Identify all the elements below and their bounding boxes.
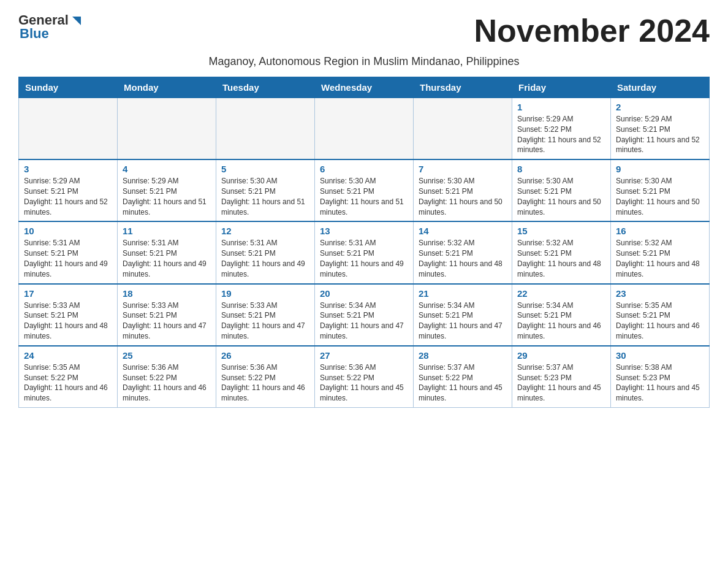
- calendar-cell: 1Sunrise: 5:29 AM Sunset: 5:22 PM Daylig…: [512, 98, 611, 160]
- logo: General Blue: [18, 12, 83, 42]
- day-number: 8: [517, 164, 605, 174]
- day-info: Sunrise: 5:30 AM Sunset: 5:21 PM Dayligh…: [517, 176, 605, 217]
- day-info: Sunrise: 5:37 AM Sunset: 5:22 PM Dayligh…: [419, 362, 507, 404]
- calendar-table: SundayMondayTuesdayWednesdayThursdayFrid…: [18, 77, 710, 408]
- day-number: 6: [320, 164, 408, 174]
- day-info: Sunrise: 5:37 AM Sunset: 5:23 PM Dayligh…: [517, 362, 605, 404]
- day-info: Sunrise: 5:29 AM Sunset: 5:22 PM Dayligh…: [517, 114, 605, 155]
- weekday-header-row: SundayMondayTuesdayWednesdayThursdayFrid…: [19, 77, 710, 98]
- day-number: 26: [221, 350, 309, 361]
- day-info: Sunrise: 5:29 AM Sunset: 5:21 PM Dayligh…: [24, 176, 112, 217]
- calendar-cell: [315, 98, 414, 160]
- logo-triangle-icon: [70, 14, 83, 28]
- day-info: Sunrise: 5:36 AM Sunset: 5:22 PM Dayligh…: [123, 362, 211, 404]
- calendar-cell: 20Sunrise: 5:34 AM Sunset: 5:21 PM Dayli…: [315, 284, 414, 346]
- svg-marker-0: [72, 17, 81, 25]
- page-header: General Blue November 2024: [18, 12, 710, 49]
- day-number: 20: [320, 288, 408, 299]
- calendar-cell: [118, 98, 216, 160]
- calendar-cell: 23Sunrise: 5:35 AM Sunset: 5:21 PM Dayli…: [611, 284, 710, 346]
- calendar-cell: 10Sunrise: 5:31 AM Sunset: 5:21 PM Dayli…: [19, 221, 118, 283]
- calendar-cell: 4Sunrise: 5:29 AM Sunset: 5:21 PM Daylig…: [118, 159, 216, 221]
- day-info: Sunrise: 5:33 AM Sunset: 5:21 PM Dayligh…: [123, 301, 211, 342]
- day-info: Sunrise: 5:31 AM Sunset: 5:21 PM Dayligh…: [221, 238, 309, 279]
- day-info: Sunrise: 5:31 AM Sunset: 5:21 PM Dayligh…: [123, 238, 211, 279]
- day-info: Sunrise: 5:36 AM Sunset: 5:22 PM Dayligh…: [320, 362, 408, 404]
- weekday-header-friday: Friday: [512, 77, 611, 98]
- day-number: 19: [221, 288, 309, 299]
- calendar-week-1: 1Sunrise: 5:29 AM Sunset: 5:22 PM Daylig…: [19, 98, 710, 160]
- weekday-header-sunday: Sunday: [19, 77, 118, 98]
- logo-blue-text: Blue: [20, 26, 49, 42]
- day-number: 3: [24, 164, 112, 174]
- day-number: 14: [419, 226, 507, 236]
- day-info: Sunrise: 5:38 AM Sunset: 5:23 PM Dayligh…: [616, 362, 704, 404]
- calendar-cell: 29Sunrise: 5:37 AM Sunset: 5:23 PM Dayli…: [512, 346, 611, 408]
- weekday-header-saturday: Saturday: [611, 77, 710, 98]
- day-number: 15: [517, 226, 605, 236]
- day-info: Sunrise: 5:34 AM Sunset: 5:21 PM Dayligh…: [320, 301, 408, 342]
- calendar-cell: 13Sunrise: 5:31 AM Sunset: 5:21 PM Dayli…: [315, 221, 414, 283]
- calendar-cell: 17Sunrise: 5:33 AM Sunset: 5:21 PM Dayli…: [19, 284, 118, 346]
- calendar-cell: 8Sunrise: 5:30 AM Sunset: 5:21 PM Daylig…: [512, 159, 611, 221]
- day-number: 16: [616, 226, 704, 236]
- calendar-cell: 7Sunrise: 5:30 AM Sunset: 5:21 PM Daylig…: [414, 159, 512, 221]
- calendar-cell: 2Sunrise: 5:29 AM Sunset: 5:21 PM Daylig…: [611, 98, 710, 160]
- day-number: 10: [24, 226, 112, 236]
- day-info: Sunrise: 5:32 AM Sunset: 5:21 PM Dayligh…: [517, 238, 605, 279]
- day-number: 2: [616, 102, 704, 112]
- day-info: Sunrise: 5:31 AM Sunset: 5:21 PM Dayligh…: [24, 238, 112, 279]
- calendar-cell: 26Sunrise: 5:36 AM Sunset: 5:22 PM Dayli…: [216, 346, 315, 408]
- calendar-week-3: 10Sunrise: 5:31 AM Sunset: 5:21 PM Dayli…: [19, 221, 710, 283]
- calendar-cell: 22Sunrise: 5:34 AM Sunset: 5:21 PM Dayli…: [512, 284, 611, 346]
- calendar-cell: 16Sunrise: 5:32 AM Sunset: 5:21 PM Dayli…: [611, 221, 710, 283]
- calendar-cell: 12Sunrise: 5:31 AM Sunset: 5:21 PM Dayli…: [216, 221, 315, 283]
- calendar-cell: 15Sunrise: 5:32 AM Sunset: 5:21 PM Dayli…: [512, 221, 611, 283]
- calendar-cell: 14Sunrise: 5:32 AM Sunset: 5:21 PM Dayli…: [414, 221, 512, 283]
- calendar-cell: 11Sunrise: 5:31 AM Sunset: 5:21 PM Dayli…: [118, 221, 216, 283]
- weekday-header-monday: Monday: [118, 77, 216, 98]
- day-number: 29: [517, 350, 605, 361]
- calendar-cell: 21Sunrise: 5:34 AM Sunset: 5:21 PM Dayli…: [414, 284, 512, 346]
- calendar-week-5: 24Sunrise: 5:35 AM Sunset: 5:22 PM Dayli…: [19, 346, 710, 408]
- day-info: Sunrise: 5:36 AM Sunset: 5:22 PM Dayligh…: [221, 362, 309, 404]
- calendar-cell: 25Sunrise: 5:36 AM Sunset: 5:22 PM Dayli…: [118, 346, 216, 408]
- day-number: 21: [419, 288, 507, 299]
- calendar-cell: [414, 98, 512, 160]
- day-info: Sunrise: 5:34 AM Sunset: 5:21 PM Dayligh…: [517, 301, 605, 342]
- day-info: Sunrise: 5:30 AM Sunset: 5:21 PM Dayligh…: [320, 176, 408, 217]
- weekday-header-thursday: Thursday: [414, 77, 512, 98]
- day-number: 1: [517, 102, 605, 112]
- day-info: Sunrise: 5:30 AM Sunset: 5:21 PM Dayligh…: [221, 176, 309, 217]
- day-number: 7: [419, 164, 507, 174]
- day-number: 4: [123, 164, 211, 174]
- subtitle: Maganoy, Autonomous Region in Muslim Min…: [18, 55, 710, 68]
- day-number: 12: [221, 226, 309, 236]
- calendar-cell: 27Sunrise: 5:36 AM Sunset: 5:22 PM Dayli…: [315, 346, 414, 408]
- day-number: 24: [24, 350, 112, 361]
- day-info: Sunrise: 5:30 AM Sunset: 5:21 PM Dayligh…: [616, 176, 704, 217]
- calendar-cell: 3Sunrise: 5:29 AM Sunset: 5:21 PM Daylig…: [19, 159, 118, 221]
- calendar-cell: 18Sunrise: 5:33 AM Sunset: 5:21 PM Dayli…: [118, 284, 216, 346]
- calendar-cell: [216, 98, 315, 160]
- day-info: Sunrise: 5:34 AM Sunset: 5:21 PM Dayligh…: [419, 301, 507, 342]
- day-number: 9: [616, 164, 704, 174]
- day-info: Sunrise: 5:31 AM Sunset: 5:21 PM Dayligh…: [320, 238, 408, 279]
- calendar-week-4: 17Sunrise: 5:33 AM Sunset: 5:21 PM Dayli…: [19, 284, 710, 346]
- calendar-cell: 9Sunrise: 5:30 AM Sunset: 5:21 PM Daylig…: [611, 159, 710, 221]
- calendar-cell: [19, 98, 118, 160]
- day-number: 13: [320, 226, 408, 236]
- day-number: 17: [24, 288, 112, 299]
- day-info: Sunrise: 5:35 AM Sunset: 5:21 PM Dayligh…: [616, 301, 704, 342]
- day-info: Sunrise: 5:32 AM Sunset: 5:21 PM Dayligh…: [616, 238, 704, 279]
- calendar-cell: 30Sunrise: 5:38 AM Sunset: 5:23 PM Dayli…: [611, 346, 710, 408]
- month-title: November 2024: [474, 12, 710, 49]
- day-info: Sunrise: 5:33 AM Sunset: 5:21 PM Dayligh…: [24, 301, 112, 342]
- calendar-cell: 6Sunrise: 5:30 AM Sunset: 5:21 PM Daylig…: [315, 159, 414, 221]
- day-info: Sunrise: 5:29 AM Sunset: 5:21 PM Dayligh…: [616, 114, 704, 155]
- calendar-cell: 24Sunrise: 5:35 AM Sunset: 5:22 PM Dayli…: [19, 346, 118, 408]
- day-info: Sunrise: 5:32 AM Sunset: 5:21 PM Dayligh…: [419, 238, 507, 279]
- weekday-header-wednesday: Wednesday: [315, 77, 414, 98]
- calendar-cell: 5Sunrise: 5:30 AM Sunset: 5:21 PM Daylig…: [216, 159, 315, 221]
- calendar-week-2: 3Sunrise: 5:29 AM Sunset: 5:21 PM Daylig…: [19, 159, 710, 221]
